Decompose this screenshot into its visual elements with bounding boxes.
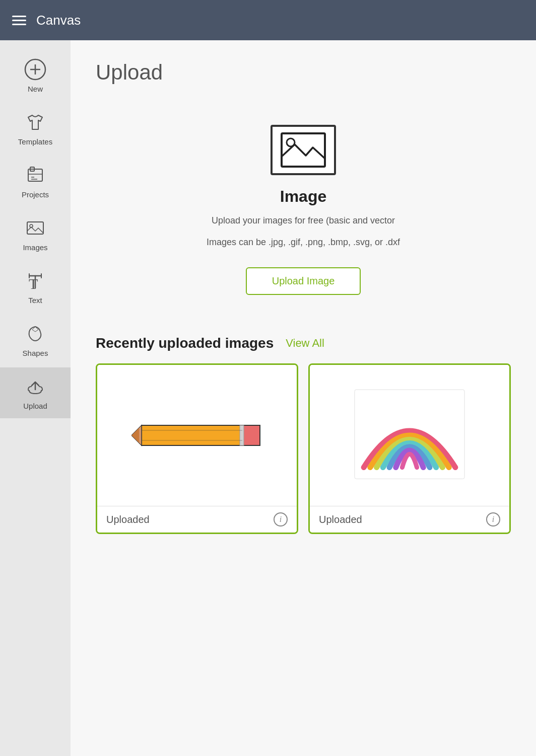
sidebar-item-shapes[interactable]: Shapes	[0, 315, 71, 365]
sidebar-item-new-label: New	[28, 85, 43, 93]
app-title: Canvas	[36, 13, 81, 28]
sidebar-item-projects-label: Projects	[22, 190, 49, 199]
image-card-1-label: Uploaded	[106, 514, 150, 525]
projects-icon	[24, 164, 46, 186]
image-card-1[interactable]: Uploaded i	[96, 363, 298, 534]
main-content: Upload Image Upload your images for free…	[71, 40, 536, 756]
upload-image-title: Image	[280, 187, 326, 206]
svg-text:T: T	[29, 275, 38, 292]
plus-circle-icon	[24, 58, 46, 81]
view-all-link[interactable]: View All	[286, 337, 324, 350]
recent-section: Recently uploaded images View All	[96, 335, 511, 534]
page-title: Upload	[96, 60, 511, 85]
sidebar-item-projects[interactable]: Projects	[0, 156, 71, 207]
header: Canvas	[0, 0, 536, 40]
sidebar-item-upload[interactable]: Upload	[0, 367, 71, 418]
sidebar-item-text[interactable]: T Text	[0, 262, 71, 313]
shapes-icon	[24, 323, 46, 345]
svg-marker-14	[142, 425, 242, 445]
upload-icon	[24, 375, 46, 398]
image-card-2[interactable]: Uploaded i	[308, 363, 511, 534]
svg-rect-17	[242, 425, 260, 445]
image-icon	[24, 217, 46, 239]
upload-description-line2: Images can be .jpg, .gif, .png, .bmp, .s…	[207, 236, 400, 249]
sidebar: New Templates Projects	[0, 40, 71, 756]
menu-button[interactable]	[12, 16, 26, 25]
image-card-2-info-icon[interactable]: i	[486, 512, 500, 526]
image-card-2-preview	[310, 365, 509, 506]
sidebar-item-shapes-label: Shapes	[23, 349, 48, 357]
upload-section: Image Upload your images for free (basic…	[96, 105, 511, 315]
recent-header: Recently uploaded images View All	[96, 335, 511, 351]
tshirt-icon	[24, 111, 46, 133]
recent-title: Recently uploaded images	[96, 335, 274, 351]
sidebar-item-templates[interactable]: Templates	[0, 103, 71, 154]
svg-rect-18	[240, 425, 244, 445]
upload-image-button[interactable]: Upload Image	[246, 267, 361, 295]
image-card-1-footer: Uploaded i	[97, 506, 297, 533]
sidebar-item-upload-label: Upload	[23, 402, 47, 410]
sidebar-item-images-label: Images	[23, 243, 47, 252]
svg-rect-8	[27, 222, 43, 234]
upload-description-line1: Upload your images for free (basic and v…	[212, 214, 395, 228]
image-card-2-footer: Uploaded i	[310, 506, 509, 533]
image-grid: Uploaded i	[96, 363, 511, 534]
sidebar-item-templates-label: Templates	[18, 137, 52, 146]
text-icon: T	[24, 270, 46, 292]
image-card-2-label: Uploaded	[319, 514, 362, 525]
image-card-1-preview	[97, 365, 297, 506]
sidebar-item-images[interactable]: Images	[0, 209, 71, 260]
upload-image-placeholder-icon	[271, 125, 336, 175]
sidebar-item-text-label: Text	[28, 296, 42, 305]
image-card-1-info-icon[interactable]: i	[274, 512, 288, 526]
sidebar-item-new[interactable]: New	[0, 50, 71, 101]
